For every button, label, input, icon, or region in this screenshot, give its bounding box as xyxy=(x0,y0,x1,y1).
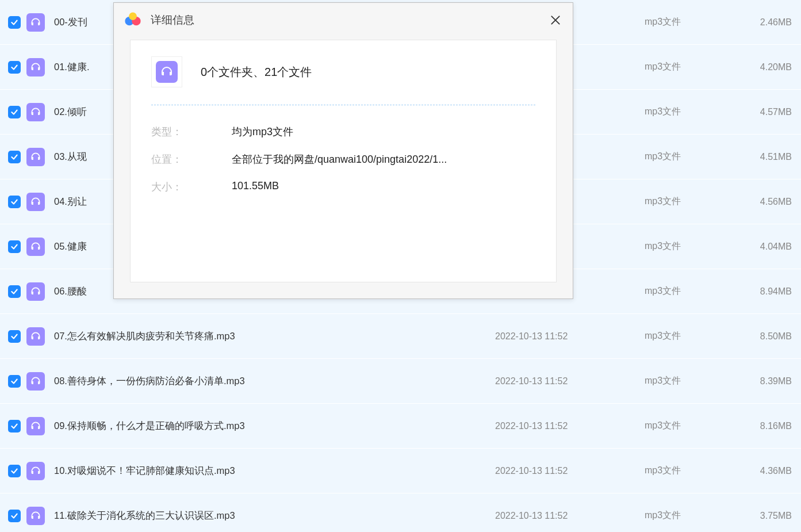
audio-file-icon xyxy=(26,327,45,346)
file-type: mp3文件 xyxy=(645,285,731,297)
audio-file-icon xyxy=(26,13,45,32)
file-date: 2022-10-13 11:52 xyxy=(495,331,645,342)
file-type: mp3文件 xyxy=(645,151,731,163)
summary-text: 0个文件夹、21个文件 xyxy=(201,64,312,80)
file-size: 4.04MB xyxy=(731,242,796,252)
check-icon xyxy=(10,243,18,251)
label-size: 大小： xyxy=(151,180,232,194)
check-icon xyxy=(10,108,18,116)
audio-file-icon xyxy=(26,462,45,480)
check-icon xyxy=(10,198,18,206)
check-icon xyxy=(10,512,18,520)
file-size: 4.56MB xyxy=(731,197,796,207)
file-name: 10.对吸烟说不！牢记肺部健康知识点.mp3 xyxy=(54,465,495,477)
checkbox-checked[interactable] xyxy=(8,16,21,29)
audio-file-icon xyxy=(26,372,45,391)
file-type: mp3文件 xyxy=(645,240,731,252)
audio-file-icon xyxy=(156,61,178,83)
checkbox-checked[interactable] xyxy=(8,510,21,522)
file-row[interactable]: 07.怎么有效解决肌肉疲劳和关节疼痛.mp3 2022-10-13 11:52 … xyxy=(0,314,801,359)
checkbox-checked[interactable] xyxy=(8,61,21,74)
file-size: 4.36MB xyxy=(731,466,796,476)
audio-file-icon xyxy=(26,507,45,525)
checkbox-checked[interactable] xyxy=(8,330,21,343)
audio-file-icon xyxy=(26,238,45,256)
detail-row-type: 类型： 均为mp3文件 xyxy=(151,118,535,146)
check-icon xyxy=(10,377,18,385)
file-size: 8.94MB xyxy=(731,286,796,297)
file-type: mp3文件 xyxy=(645,420,731,432)
checkbox-checked[interactable] xyxy=(8,196,21,208)
file-name: 07.怎么有效解决肌肉疲劳和关节疼痛.mp3 xyxy=(54,330,495,343)
label-location: 位置： xyxy=(151,152,232,166)
file-date: 2022-10-13 11:52 xyxy=(495,511,645,521)
audio-file-icon xyxy=(26,58,45,76)
value-location: 全部位于我的网盘/quanwai100/pingtai2022/1... xyxy=(232,152,447,166)
summary-row: 0个文件夹、21个文件 xyxy=(151,56,535,105)
checkbox-checked[interactable] xyxy=(8,106,21,118)
audio-file-icon xyxy=(26,193,45,211)
file-type: mp3文件 xyxy=(645,465,731,477)
file-type: mp3文件 xyxy=(645,16,731,28)
value-size: 101.55MB xyxy=(232,180,279,192)
app-logo-icon xyxy=(123,10,143,30)
file-row[interactable]: 09.保持顺畅，什么才是正确的呼吸方式.mp3 2022-10-13 11:52… xyxy=(0,404,801,449)
details-dialog: 详细信息 0个文件夹、21个文件 类型： 均为mp3文件 位置： 全部位于我的网… xyxy=(113,2,573,299)
file-row[interactable]: 10.对吸烟说不！牢记肺部健康知识点.mp3 2022-10-13 11:52 … xyxy=(0,449,801,493)
checkbox-checked[interactable] xyxy=(8,375,21,388)
check-icon xyxy=(10,288,18,296)
audio-file-icon xyxy=(26,417,45,435)
audio-file-icon xyxy=(26,103,45,121)
file-size: 3.75MB xyxy=(731,511,796,521)
check-icon xyxy=(10,332,18,340)
check-icon xyxy=(10,422,18,430)
checkbox-checked[interactable] xyxy=(8,240,21,253)
file-name: 09.保持顺畅，什么才是正确的呼吸方式.mp3 xyxy=(54,420,495,433)
file-size: 8.50MB xyxy=(731,331,796,342)
file-type: mp3文件 xyxy=(645,196,731,208)
close-button[interactable] xyxy=(547,12,564,28)
checkbox-checked[interactable] xyxy=(8,151,21,163)
close-icon xyxy=(550,14,561,26)
detail-row-size: 大小： 101.55MB xyxy=(151,173,535,201)
checkbox-checked[interactable] xyxy=(8,465,21,477)
file-date: 2022-10-13 11:52 xyxy=(495,466,645,476)
file-name: 08.善待身体，一份伤病防治必备小清单.mp3 xyxy=(54,375,495,388)
file-size: 8.16MB xyxy=(731,421,796,431)
check-icon xyxy=(10,63,18,71)
file-row[interactable]: 08.善待身体，一份伤病防治必备小清单.mp3 2022-10-13 11:52… xyxy=(0,359,801,404)
file-size: 4.57MB xyxy=(731,107,796,117)
svg-point-2 xyxy=(129,12,137,20)
file-row[interactable]: 11.破除关于消化系统的三大认识误区.mp3 2022-10-13 11:52 … xyxy=(0,493,801,532)
summary-file-icon-box xyxy=(151,56,182,87)
dialog-title: 详细信息 xyxy=(151,13,547,28)
file-date: 2022-10-13 11:52 xyxy=(495,376,645,386)
file-type: mp3文件 xyxy=(645,330,731,342)
value-type: 均为mp3文件 xyxy=(232,125,293,139)
file-size: 8.39MB xyxy=(731,376,796,386)
file-date: 2022-10-13 11:52 xyxy=(495,421,645,431)
file-type: mp3文件 xyxy=(645,510,731,522)
file-size: 4.20MB xyxy=(731,62,796,72)
detail-row-location: 位置： 全部位于我的网盘/quanwai100/pingtai2022/1... xyxy=(151,146,535,173)
dialog-header: 详细信息 xyxy=(114,3,573,37)
file-name: 11.破除关于消化系统的三大认识误区.mp3 xyxy=(54,510,495,522)
check-icon xyxy=(10,467,18,475)
checkbox-checked[interactable] xyxy=(8,420,21,433)
dialog-body: 0个文件夹、21个文件 类型： 均为mp3文件 位置： 全部位于我的网盘/qua… xyxy=(130,40,557,282)
file-size: 4.51MB xyxy=(731,152,796,162)
file-size: 2.46MB xyxy=(731,17,796,28)
check-icon xyxy=(10,18,18,26)
file-type: mp3文件 xyxy=(645,106,731,118)
checkbox-checked[interactable] xyxy=(8,285,21,298)
file-type: mp3文件 xyxy=(645,375,731,387)
label-type: 类型： xyxy=(151,125,232,139)
file-type: mp3文件 xyxy=(645,61,731,73)
audio-file-icon xyxy=(26,148,45,166)
check-icon xyxy=(10,153,18,161)
audio-file-icon xyxy=(26,282,45,301)
